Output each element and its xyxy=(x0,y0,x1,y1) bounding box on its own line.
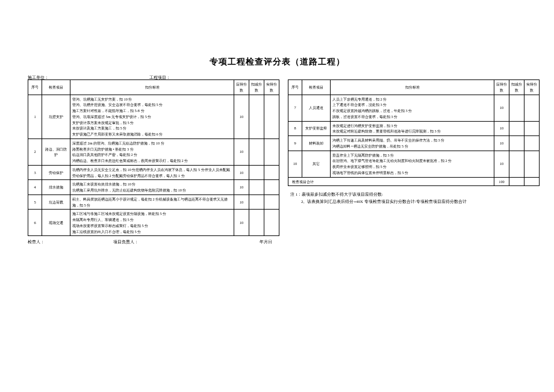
cell-s2 xyxy=(509,151,524,177)
table-header: 序号 检查项目 扣分标准 应得分数 扣减分数 实得分数 xyxy=(28,80,279,95)
cell-idx: 8 xyxy=(288,121,302,136)
cell-s3 xyxy=(264,194,279,210)
leader-label: 项目负责人： xyxy=(113,239,234,245)
col-s2: 扣减分数 xyxy=(249,80,264,95)
cell-s2 xyxy=(509,95,524,121)
cell-std: 人员上下攻槽无专用通道，扣 2 分上下通道不符合要求，没处扣 3 分不按规定设置… xyxy=(331,95,494,121)
col-item: 检查项目 xyxy=(42,80,70,95)
cell-s2 xyxy=(249,194,264,210)
cell-s1: 10 xyxy=(234,210,249,236)
col-s3: 实得分数 xyxy=(524,80,540,95)
table-header: 序号 检查项目 扣分标准 应得分数 扣减分数 实得分数 xyxy=(288,80,540,95)
right-table: 序号 检查项目 扣分标准 应得分数 扣减分数 实得分数 7人员通道人员上下攻槽无… xyxy=(288,79,540,186)
note-2: 2。该表换算到汇总表后得分=40X 专项检查项目实行分数合计/专项检查项目应得分… xyxy=(290,198,540,205)
cell-s1: 10 xyxy=(494,121,509,136)
col-s2: 扣减分数 xyxy=(509,80,524,95)
unit-label: 施工单位： xyxy=(28,75,148,81)
cell-idx: 5 xyxy=(28,194,42,210)
footer-row: 检查人： 项目负责人： 年月日 xyxy=(28,239,279,245)
col-idx: 序号 xyxy=(288,80,302,95)
left-table: 序号 检查项目 扣分标准 应得分数 扣减分数 实得分数 1坑壁支护管沟、坑槽施工… xyxy=(28,79,279,236)
header-row: 施工单位： 工程项目： xyxy=(28,75,541,81)
cell-std: 坑槽施工未设置有效排水措施，扣 10 分坑槽施工采用坑外降水，无防止临近建构筑物… xyxy=(70,180,234,195)
col-std: 扣分标准 xyxy=(70,80,234,95)
cell-s2 xyxy=(509,136,524,151)
cell-item: 坑壁支护 xyxy=(42,95,70,138)
cell-std: 坑槽内作业人员无安全立足点，扣 10 分挖槽内作业人员在沟坡下休息，每人扣 5 … xyxy=(70,165,234,180)
cell-s3 xyxy=(264,95,279,138)
cell-s1: 10 xyxy=(494,151,509,177)
table-row: 7人员通道人员上下攻槽无专用通道，扣 2 分上下通道不符合要求，没处扣 3 分不… xyxy=(288,95,540,121)
cell-std: 沟槽上下传递工具及材料采用抛、扔、吊等不安全的操作方法，扣 3 分沟槽边卸料 •… xyxy=(331,136,494,151)
cell-s2 xyxy=(249,165,264,180)
totals-s3 xyxy=(524,177,540,186)
cell-s2 xyxy=(509,121,524,136)
note-1: 注 1：裹项最多扣减分数不得大于该项目应得分数: xyxy=(290,191,540,198)
col-idx: 序号 xyxy=(28,80,42,95)
col-s1: 应得分数 xyxy=(494,80,509,95)
cell-s3 xyxy=(524,121,540,136)
table-row: 1坑壁支护管沟、坑槽施工无支护方案，扣 10 分管沟、坑槽开挖设施、安全边坡不符… xyxy=(28,95,279,138)
table-row: 3劳动保护坑槽内作业人员无安全立足点，扣 10 分挖槽内作业人员在沟坡下休息，每… xyxy=(28,165,279,180)
cell-item: 路边、洞口防护 xyxy=(42,138,70,165)
cell-idx: 6 xyxy=(28,210,42,236)
table-row: 9材料装卸沟槽上下传递工具及材料采用抛、扔、吊等不安全的操作方法，扣 3 分沟槽… xyxy=(288,136,540,151)
col-s3: 实得分数 xyxy=(264,80,279,95)
col-item: 检查项目 xyxy=(302,80,331,95)
cell-s2 xyxy=(249,180,264,195)
cell-item: 材料装卸 xyxy=(302,136,331,151)
project-label: 工程项目： xyxy=(149,75,170,81)
cell-std: 垂直作业上下无隔离防护措施，扣 3 分在旧管沟、地下煤气管道等处施工无动火制度和… xyxy=(331,151,494,177)
cell-idx: 10 xyxy=(288,151,302,177)
cell-item: 劳动保护 xyxy=(42,165,70,180)
cell-s1: 10 xyxy=(234,180,249,195)
date-label: 年月日 xyxy=(260,239,272,245)
cell-std: 施工区域与非施工区域未按规定设置分隔设施，林处扣 5 分未隔离出专用行人、车辆通… xyxy=(70,210,234,236)
cell-idx: 4 xyxy=(28,180,42,195)
cell-s1: 10 xyxy=(234,95,249,138)
cell-item: 坑边荷载 xyxy=(42,194,70,210)
cell-s2 xyxy=(249,138,264,165)
cell-item: 现场交通 xyxy=(42,210,70,236)
table-row: 6现场交通施工区域与非施工区域未按规定设置分隔设施，林处扣 5 分未隔离出专用行… xyxy=(28,210,279,236)
cell-std: 深度超过 2m 的管沟、坑槽施工无临边防护措施，扣 10 分路面检查井口无防护措… xyxy=(70,138,234,165)
cell-idx: 7 xyxy=(288,95,302,121)
cell-idx: 3 xyxy=(28,165,42,180)
totals-s2 xyxy=(509,177,524,186)
cell-item: 其它 xyxy=(302,151,331,177)
cell-idx: 2 xyxy=(28,138,42,165)
cell-s3 xyxy=(524,95,540,121)
cell-s1: 10 xyxy=(494,95,509,121)
table-row: 8支护变形监察未按规定进行沟槽支护变形监测，扣 3 分未按规定对附近建构筑物，重… xyxy=(288,121,540,136)
cell-s3 xyxy=(264,210,279,236)
cell-item: 支护变形监察 xyxy=(302,121,331,136)
cell-std: 积土、料具摆放距槽边距离小于设计规定，每处扣 2 分机械设备施工与槽边距离不符合… xyxy=(70,194,234,210)
cell-item: 人员通道 xyxy=(302,95,331,121)
totals-s1: 100 xyxy=(494,177,509,186)
cell-idx: 1 xyxy=(28,95,42,138)
cell-s2 xyxy=(249,95,264,138)
totals-label: 检查项目合计 xyxy=(288,177,494,186)
table-row: 10其它垂直作业上下无隔离防护措施，扣 3 分在旧管沟、地下煤气管道等处施工无动… xyxy=(288,151,540,177)
cell-s1: 10 xyxy=(234,138,249,165)
col-std: 扣分标准 xyxy=(331,80,494,95)
inspector-label: 检查人： xyxy=(28,239,112,245)
cell-s1: 10 xyxy=(494,136,509,151)
col-s1: 应得分数 xyxy=(234,80,249,95)
cell-s3 xyxy=(264,165,279,180)
cell-s3 xyxy=(524,151,540,177)
table-row: 4排水措施坑槽施工未设置有效排水措施，扣 10 分坑槽施工采用坑外降水，无防止临… xyxy=(28,180,279,195)
cell-std: 管沟、坑槽施工无支护方案，扣 10 分管沟、坑槽开挖设施、安全边坡不符合要求，每… xyxy=(70,95,234,138)
cell-s3 xyxy=(524,136,540,151)
page-title: 专项工程检查评分表（道路工程） xyxy=(0,57,554,67)
totals-row: 检查项目合计 100 xyxy=(288,177,540,186)
cell-s1: 10 xyxy=(234,194,249,210)
cell-std: 未按规定进行沟槽支护变形监测，扣 3 分未按规定对附近建构筑物，重要管线和道路等… xyxy=(331,121,494,136)
cell-s3 xyxy=(264,180,279,195)
cell-item: 排水措施 xyxy=(42,180,70,195)
cell-idx: 9 xyxy=(288,136,302,151)
cell-s1: 10 xyxy=(234,165,249,180)
table-row: 5坑边荷载积土、料具摆放距槽边距离小于设计规定，每处扣 2 分机械设备施工与槽边… xyxy=(28,194,279,210)
table-row: 2路边、洞口防护深度超过 2m 的管沟、坑槽施工无临边防护措施，扣 10 分路面… xyxy=(28,138,279,165)
cell-s2 xyxy=(249,210,264,236)
